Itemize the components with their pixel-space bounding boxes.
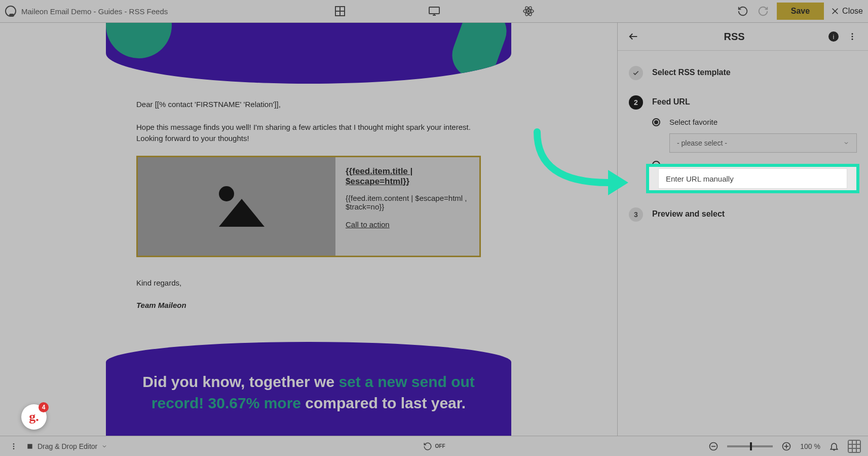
back-arrow-icon[interactable] [627,30,640,43]
rss-side-panel: RSS i Select RSS template 2 Feed URL Sel… [617,23,868,436]
close-button[interactable]: Close [831,7,863,16]
chevron-down-icon [101,443,107,449]
radio-checked-icon [652,118,660,126]
step-3-marker: 3 [629,207,643,222]
hero-graphic [106,23,511,84]
canvas-area[interactable]: Dear [[% contact 'FIRSTNAME' 'Relation']… [0,23,617,436]
zoom-out-icon[interactable] [707,440,720,453]
svg-point-12 [219,186,234,201]
atom-icon[interactable] [522,5,535,18]
svg-rect-3 [429,7,439,14]
editor-icon [26,443,33,450]
svg-point-17 [852,39,853,40]
desktop-preview-icon[interactable] [428,5,441,18]
svg-point-20 [13,448,15,449]
redo-icon[interactable] [757,5,770,18]
info-icon[interactable]: i [828,31,839,42]
autosave-off-label: OFF [435,443,445,449]
intro-text: Hope this message finds you well! I'm sh… [136,122,481,145]
step-1[interactable]: Select RSS template [629,66,857,80]
team-signature: Team Maileon [136,300,481,311]
breadcrumb: Maileon Email Demo - Guides - RSS Feeds [21,7,168,16]
svg-point-15 [852,33,853,34]
step-1-label: Select RSS template [652,66,731,77]
app-logo-icon [5,6,16,17]
feed-content: {{feed.item.content | $escape=html , $tr… [346,194,469,211]
history-icon [423,442,432,451]
bell-icon[interactable] [827,440,841,453]
svg-marker-13 [219,199,265,227]
footer-graphic: Did you know, together we set a new send… [106,342,511,436]
autosave-toggle[interactable]: OFF [423,442,445,451]
stepper: Select RSS template 2 Feed URL Select fa… [618,51,868,252]
footer-tagline: Did you know, together we set a new send… [141,371,476,414]
zoom-in-icon[interactable] [780,440,793,453]
zoom-level: 100 % [800,442,820,450]
top-bar: Maileon Email Demo - Guides - RSS Feeds … [0,0,868,23]
status-bar: Drag & Drop Editor OFF 100 % [0,436,868,456]
rss-feed-card[interactable]: {{feed.item.title | $escape=html}} {{fee… [136,156,481,257]
image-placeholder-icon [138,157,335,256]
bottom-menu-icon[interactable] [7,440,20,453]
regards-text: Kind regards, [136,277,481,289]
radio-manual-label: Enter URL manually [666,174,734,183]
close-label: Close [842,7,863,16]
feed-text-block: {{feed.item.title | $escape=html}} {{fee… [335,157,479,256]
feed-title: {{feed.item.title | $escape=html}} [346,166,469,187]
step-2: 2 Feed URL [629,95,857,110]
radio-enter-url-manually[interactable]: Enter URL manually [646,164,859,193]
save-button[interactable]: Save [777,3,824,20]
step-2-label: Feed URL [652,95,690,107]
svg-point-9 [527,11,529,12]
chevron-down-icon [843,140,849,146]
svg-point-19 [13,445,15,447]
step-3-label: Preview and select [652,207,725,219]
radio-select-favorite[interactable]: Select favorite [652,118,857,126]
radio-favorite-label: Select favorite [669,118,718,126]
email-canvas: Dear [[% contact 'FIRSTNAME' 'Relation']… [106,23,511,436]
undo-icon[interactable] [736,5,749,18]
step-2-marker: 2 [629,95,643,110]
step-1-check-icon [629,66,643,80]
apps-grid-icon[interactable] [848,440,861,453]
main-area: Dear [[% contact 'FIRSTNAME' 'Relation']… [0,23,868,436]
layout-grid-icon[interactable] [333,5,347,18]
panel-title: RSS [640,31,828,43]
editor-mode-label: Drag & Drop Editor [37,442,97,450]
editor-mode-selector[interactable]: Drag & Drop Editor [26,442,107,450]
assistant-badge[interactable]: g. 4 [21,404,47,430]
svg-point-18 [13,443,15,445]
badge-count: 4 [39,402,49,412]
favorite-select[interactable]: - please select - [669,133,857,153]
step-3[interactable]: 3 Preview and select [629,207,857,222]
feed-cta-link[interactable]: Call to action [346,220,469,229]
greeting-text: Dear [[% contact 'FIRSTNAME' 'Relation']… [136,99,481,111]
badge-letter: g. [29,409,39,425]
svg-rect-21 [27,444,32,448]
select-placeholder: - please select - [677,139,727,147]
svg-point-16 [852,36,853,38]
panel-menu-icon[interactable] [846,30,859,43]
zoom-slider[interactable] [727,445,773,447]
panel-header: RSS i [618,23,868,51]
